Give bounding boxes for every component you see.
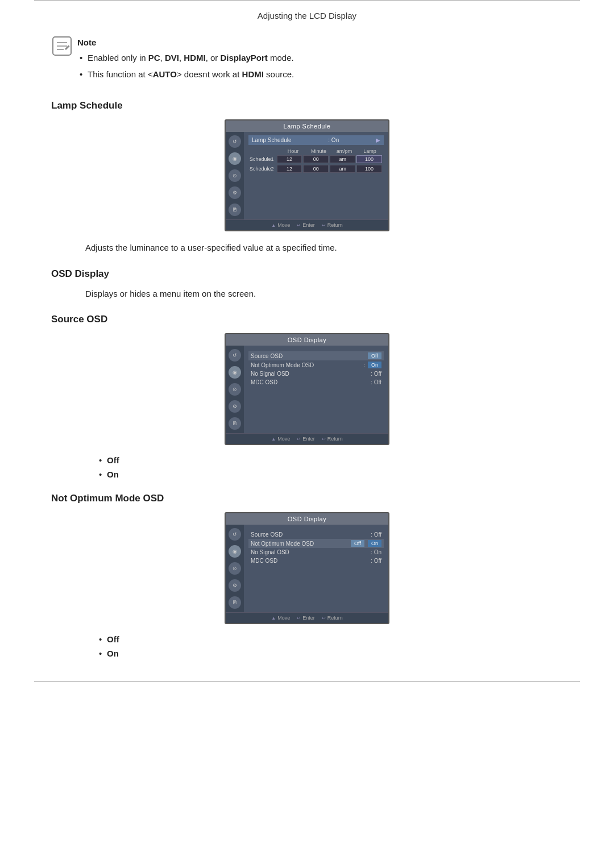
not-optimum-enter-icon: ↵ xyxy=(297,616,301,621)
lamp-row-1-minute: 00 xyxy=(303,155,329,163)
lamp-schedule-arrow: ▶ xyxy=(376,137,380,143)
lamp-schedule-heading: Lamp Schedule xyxy=(51,100,563,111)
osd-icon-4: ⚙ xyxy=(229,186,241,199)
lamp-schedule-value: : On xyxy=(328,137,339,143)
osd-icon-1: ↺ xyxy=(229,135,241,148)
lamp-row-1-label: Schedule1 xyxy=(250,156,276,162)
lamp-schedule-screen-container: Lamp Schedule ↺ ◉ ⊙ ⚙ 🖹 Lamp Schedule : … xyxy=(51,119,563,231)
not-optimum-row-1-label: Source OSD xyxy=(251,531,283,538)
lamp-row-2: Schedule2 12 00 am 100 xyxy=(248,165,384,173)
source-icon-5: 🖹 xyxy=(229,417,241,430)
not-optimum-option-off: Off xyxy=(97,634,563,644)
source-return-icon: ↩ xyxy=(322,437,326,442)
source-bottom-move: ▲ Move xyxy=(271,436,290,442)
source-osd-option-off: Off xyxy=(97,455,563,465)
lamp-schedule-main: Lamp Schedule : On ▶ Hour Minute am/pm L… xyxy=(244,132,388,219)
lamp-row-1-ampm: am xyxy=(330,155,355,163)
source-osd-left-icons: ↺ ◉ ⊙ ⚙ 🖹 xyxy=(226,346,244,433)
note-title: Note xyxy=(77,38,294,47)
move-icon: ▲ xyxy=(271,223,276,228)
enter-label: Enter xyxy=(302,222,315,228)
lamp-col-lamp: Lamp xyxy=(357,148,383,154)
lamp-col-hour: Hour xyxy=(280,148,306,154)
source-osd-title-bar: OSD Display xyxy=(226,334,388,346)
lamp-schedule-label: Lamp Schedule xyxy=(252,137,292,143)
not-optimum-return-label: Return xyxy=(327,615,343,621)
lamp-bottom-enter: ↵ Enter xyxy=(297,222,315,228)
not-optimum-row-1-value: : Off xyxy=(371,531,381,538)
source-osd-main: Source OSD Off Not Optimum Mode OSD : On xyxy=(244,346,388,433)
source-osd-row-3-value: : Off xyxy=(371,371,381,377)
source-enter-icon: ↵ xyxy=(297,437,301,442)
not-optimum-left-icons: ↺ ◉ ⊙ ⚙ 🖹 xyxy=(226,525,244,612)
lamp-col-label xyxy=(250,148,280,154)
not-optimum-icon-3: ⊙ xyxy=(229,562,241,575)
lamp-row-2-minute: 00 xyxy=(303,165,329,173)
note-icon xyxy=(51,35,73,57)
source-osd-on-badge: On xyxy=(368,362,381,368)
move-label: Move xyxy=(277,222,290,228)
lamp-col-minute: Minute xyxy=(306,148,331,154)
source-osd-row-2-colon: : xyxy=(364,362,366,368)
not-optimum-content: Source OSD : Off Not Optimum Mode OSD Of… xyxy=(248,528,384,575)
lamp-row-2-ampm: am xyxy=(330,165,355,173)
not-optimum-screen-container: OSD Display ↺ ◉ ⊙ ⚙ 🖹 Source OSD xyxy=(51,512,563,624)
note-list: Enabled only in PC, DVI, HDMI, or Displa… xyxy=(77,52,294,81)
not-optimum-row-2-label: Not Optimum Mode OSD xyxy=(251,541,314,547)
not-optimum-title-bar: OSD Display xyxy=(226,513,388,525)
lamp-row-2-label: Schedule2 xyxy=(250,166,276,172)
not-optimum-bottom-enter: ↵ Enter xyxy=(297,615,315,621)
source-osd-row-3-label: No Signal OSD xyxy=(251,371,289,377)
enter-icon: ↵ xyxy=(297,223,301,228)
source-bottom-return: ↩ Return xyxy=(322,436,343,442)
note-box: Note Enabled only in PC, DVI, HDMI, or D… xyxy=(51,38,563,84)
source-osd-row-4-label: MDC OSD xyxy=(251,379,277,385)
source-enter-label: Enter xyxy=(302,436,315,442)
source-bottom-enter: ↵ Enter xyxy=(297,436,315,442)
lamp-row-2-hour: 12 xyxy=(277,165,302,173)
source-osd-row-4-value: : Off xyxy=(371,379,381,385)
source-osd-heading: Source OSD xyxy=(51,314,563,325)
lamp-schedule-title-bar: Lamp Schedule xyxy=(226,121,388,132)
not-optimum-row-1: Source OSD : Off xyxy=(248,530,384,539)
osd-left-icons: ↺ ◉ ⊙ ⚙ 🖹 xyxy=(226,132,244,219)
not-optimum-move-icon: ▲ xyxy=(271,616,276,621)
source-icon-1: ↺ xyxy=(229,349,241,362)
source-osd-row-2-value: : On xyxy=(364,362,381,368)
lamp-row-1-lamp: 100 xyxy=(356,155,382,163)
lamp-schedule-bottom-bar: ▲ Move ↵ Enter ↩ Return xyxy=(226,219,388,230)
source-osd-row-2-label: Not Optimum Mode OSD xyxy=(251,362,314,368)
not-optimum-off-badge: Off xyxy=(351,540,364,547)
source-icon-3: ⊙ xyxy=(229,383,241,396)
not-optimum-icon-1: ↺ xyxy=(229,528,241,541)
not-optimum-osd-main: Source OSD : Off Not Optimum Mode OSD Of… xyxy=(244,525,388,612)
source-osd-row-1: Source OSD Off xyxy=(248,351,384,360)
source-move-label: Move xyxy=(277,436,290,442)
source-return-label: Return xyxy=(327,436,343,442)
not-optimum-screen: OSD Display ↺ ◉ ⊙ ⚙ 🖹 Source OSD xyxy=(225,512,389,624)
not-optimum-bottom-move: ▲ Move xyxy=(271,615,290,621)
lamp-schedule-menu-row: Lamp Schedule : On ▶ xyxy=(248,135,384,145)
lamp-bottom-move: ▲ Move xyxy=(271,222,290,228)
not-optimum-row-1-val: : Off xyxy=(371,531,381,538)
not-optimum-mode-heading: Not Optimum Mode OSD xyxy=(51,493,563,504)
page-title: Adjusting the LCD Display xyxy=(34,11,580,20)
source-osd-screen-container: OSD Display ↺ ◉ ⊙ ⚙ 🖹 Source OSD xyxy=(51,333,563,445)
return-icon: ↩ xyxy=(322,223,326,228)
source-osd-screen: OSD Display ↺ ◉ ⊙ ⚙ 🖹 Source OSD xyxy=(225,333,389,445)
source-osd-row-3-val: : Off xyxy=(371,371,381,377)
not-optimum-row-3-val: : On xyxy=(371,549,381,555)
osd-icon-2: ◉ xyxy=(229,152,241,165)
source-osd-content: Source OSD Off Not Optimum Mode OSD : On xyxy=(248,349,384,397)
not-optimum-move-label: Move xyxy=(277,615,290,621)
note-item-2: This function at <AUTO> doesnt work at H… xyxy=(77,68,294,81)
source-osd-section: Source OSD OSD Display ↺ ◉ ⊙ ⚙ 🖹 xyxy=(51,314,563,479)
lamp-schedule-description: Adjusts the luminance to a user-specifie… xyxy=(85,242,563,255)
lamp-bottom-return: ↩ Return xyxy=(322,222,343,228)
not-optimum-row-4-value: : Off xyxy=(371,558,381,564)
source-osd-row-1-label: Source OSD xyxy=(251,353,283,359)
not-optimum-icon-4: ⚙ xyxy=(229,579,241,592)
not-optimum-mode-section: Not Optimum Mode OSD OSD Display ↺ ◉ ⊙ ⚙… xyxy=(51,493,563,658)
source-osd-options: Off On xyxy=(97,455,563,479)
source-osd-row-2: Not Optimum Mode OSD : On xyxy=(248,360,384,369)
